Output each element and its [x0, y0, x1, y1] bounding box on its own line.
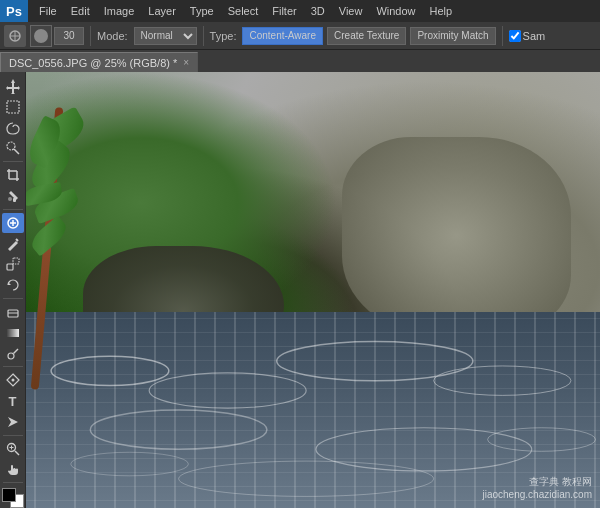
menu-window[interactable]: Window — [369, 0, 422, 22]
mode-label: Mode: — [97, 30, 128, 42]
svg-rect-4 — [7, 101, 19, 113]
separator-1 — [90, 26, 91, 46]
tab-close-btn[interactable]: × — [183, 57, 189, 68]
mode-select[interactable]: Normal Replace Multiply — [134, 27, 197, 45]
sample-all-label[interactable]: Sam — [509, 30, 546, 42]
brush-preview[interactable] — [30, 25, 52, 47]
svg-point-33 — [277, 341, 473, 380]
svg-point-37 — [179, 461, 434, 496]
svg-rect-18 — [13, 258, 19, 264]
main-area: T — [0, 72, 600, 508]
tool-separator-6 — [3, 482, 23, 483]
svg-point-35 — [90, 410, 267, 449]
tool-eraser[interactable] — [2, 302, 24, 322]
leaf-4 — [27, 215, 70, 256]
brush-size-input[interactable] — [54, 27, 84, 45]
water-layer — [26, 312, 600, 508]
tool-brush[interactable] — [2, 234, 24, 254]
tool-clone-stamp[interactable] — [2, 254, 24, 274]
svg-line-24 — [13, 349, 18, 354]
svg-point-23 — [8, 353, 14, 359]
tool-quick-select[interactable] — [2, 138, 24, 158]
tool-gradient[interactable] — [2, 323, 24, 343]
tab-title: DSC_0556.JPG @ 25% (RGB/8) * — [9, 57, 177, 69]
tool-separator-5 — [3, 435, 23, 436]
menu-filter[interactable]: Filter — [265, 0, 303, 22]
menu-layer[interactable]: Layer — [141, 0, 183, 22]
menu-edit[interactable]: Edit — [64, 0, 97, 22]
toolbox: T — [0, 72, 26, 508]
menu-select[interactable]: Select — [221, 0, 266, 22]
menu-image[interactable]: Image — [97, 0, 142, 22]
tool-crop[interactable] — [2, 165, 24, 185]
color-swatches[interactable] — [2, 488, 24, 508]
svg-point-32 — [149, 373, 306, 408]
tool-dodge[interactable] — [2, 344, 24, 364]
tool-pen[interactable] — [2, 370, 24, 390]
options-bar: Mode: Normal Replace Multiply Type: Cont… — [0, 22, 600, 50]
app-logo: Ps — [0, 0, 28, 22]
tool-history-brush[interactable] — [2, 275, 24, 295]
menu-view[interactable]: View — [332, 0, 370, 22]
tool-path-select[interactable] — [2, 412, 24, 432]
svg-line-16 — [16, 239, 18, 241]
svg-marker-26 — [8, 417, 18, 427]
type-content-aware-btn[interactable]: Content-Aware — [242, 27, 323, 45]
canvas-area[interactable]: 查字典 教程网 jiaocheng.chazidian.com — [26, 72, 600, 508]
tool-zoom[interactable] — [2, 439, 24, 459]
tool-separator-2 — [3, 209, 23, 210]
menu-file[interactable]: File — [32, 0, 64, 22]
menu-type[interactable]: Type — [183, 0, 221, 22]
tool-marquee-rect[interactable] — [2, 97, 24, 117]
tool-lasso[interactable] — [2, 118, 24, 138]
tool-spot-healing[interactable] — [2, 213, 24, 233]
tool-separator-3 — [3, 298, 23, 299]
type-label: Type: — [210, 30, 237, 42]
menu-bar: Ps File Edit Image Layer Type Select Fil… — [0, 0, 600, 22]
plant-leaves — [26, 94, 118, 334]
type-create-texture-btn[interactable]: Create Texture — [327, 27, 406, 45]
sample-all-checkbox[interactable] — [509, 30, 521, 42]
svg-point-38 — [71, 452, 189, 476]
separator-2 — [203, 26, 204, 46]
document-tab[interactable]: DSC_0556.JPG @ 25% (RGB/8) * × — [0, 52, 198, 72]
brush-size-container — [30, 25, 84, 47]
menu-help[interactable]: Help — [423, 0, 460, 22]
svg-rect-22 — [7, 329, 19, 337]
svg-point-34 — [434, 366, 571, 395]
sample-all-text: Sam — [523, 30, 546, 42]
svg-point-5 — [7, 142, 15, 150]
svg-rect-17 — [7, 264, 13, 270]
tool-separator-4 — [3, 366, 23, 367]
tool-hand[interactable] — [2, 460, 24, 480]
tool-separator-1 — [3, 161, 23, 162]
svg-line-28 — [15, 451, 19, 455]
svg-marker-19 — [8, 282, 11, 285]
fg-color-swatch[interactable] — [2, 488, 16, 502]
brush-circle-icon — [34, 29, 48, 43]
svg-point-39 — [488, 428, 596, 452]
tool-eyedropper[interactable] — [2, 186, 24, 206]
svg-marker-3 — [6, 79, 20, 94]
separator-3 — [502, 26, 503, 46]
tab-bar: DSC_0556.JPG @ 25% (RGB/8) * × — [0, 50, 600, 72]
type-proximity-match-btn[interactable]: Proximity Match — [410, 27, 495, 45]
menu-items: File Edit Image Layer Type Select Filter… — [28, 0, 459, 22]
tool-type[interactable]: T — [2, 391, 24, 411]
tool-options-icon[interactable] — [4, 25, 26, 47]
svg-point-31 — [51, 356, 169, 385]
rock-bg — [342, 137, 572, 333]
svg-point-36 — [316, 428, 532, 471]
menu-3d[interactable]: 3D — [304, 0, 332, 22]
svg-point-12 — [8, 197, 12, 201]
svg-point-25 — [11, 379, 14, 382]
tool-move[interactable] — [2, 76, 24, 96]
svg-line-6 — [14, 149, 19, 154]
